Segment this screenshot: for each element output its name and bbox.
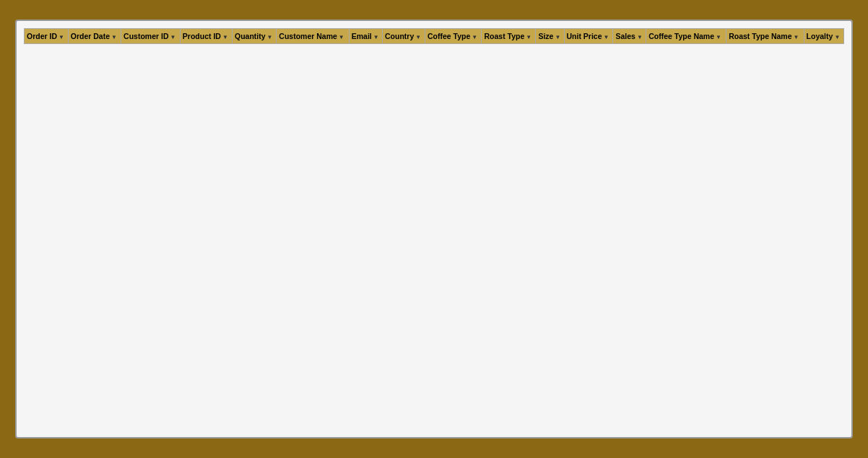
column-header-roast-type-name[interactable]: Roast Type Name▼: [726, 29, 804, 44]
sort-icon: ▼: [834, 34, 840, 40]
main-window: Order ID▼Order Date▼Customer ID▼Product …: [15, 20, 853, 438]
sort-icon: ▼: [415, 34, 421, 40]
column-header-country[interactable]: Country▼: [383, 29, 425, 44]
column-header-order-date[interactable]: Order Date▼: [68, 29, 121, 44]
sort-icon: ▼: [604, 34, 609, 40]
sort-icon: ▼: [526, 34, 531, 40]
column-header-size[interactable]: Size▼: [536, 29, 564, 44]
sort-icon: ▼: [637, 34, 643, 40]
column-header-sales[interactable]: Sales▼: [613, 29, 646, 44]
sort-icon: ▼: [222, 34, 228, 40]
sort-icon: ▼: [170, 34, 176, 40]
sort-icon: ▼: [555, 34, 560, 40]
column-header-roast-type[interactable]: Roast Type▼: [482, 29, 536, 44]
column-header-customer-id[interactable]: Customer ID▼: [121, 29, 181, 44]
column-header-unit-price[interactable]: Unit Price▼: [564, 29, 613, 44]
data-table: Order ID▼Order Date▼Customer ID▼Product …: [24, 28, 844, 44]
column-header-coffee-type-name[interactable]: Coffee Type Name▼: [646, 29, 726, 44]
sort-icon: ▼: [472, 34, 477, 40]
column-header-product-id[interactable]: Product ID▼: [180, 29, 232, 44]
sort-icon: ▼: [373, 34, 379, 40]
table-container[interactable]: Order ID▼Order Date▼Customer ID▼Product …: [24, 28, 844, 44]
column-header-loyalty[interactable]: Loyalty▼: [804, 29, 843, 44]
sort-icon: ▼: [339, 34, 344, 40]
column-header-quantity[interactable]: Quantity▼: [232, 29, 276, 44]
column-header-customer-name[interactable]: Customer Name▼: [277, 29, 349, 44]
column-header-coffee-type[interactable]: Coffee Type▼: [425, 29, 482, 44]
sort-icon: ▼: [267, 34, 273, 40]
sort-icon: ▼: [58, 34, 64, 40]
sort-icon: ▼: [794, 34, 799, 40]
sort-icon: ▼: [716, 34, 721, 40]
column-header-order-id[interactable]: Order ID▼: [25, 29, 69, 44]
sort-icon: ▼: [111, 34, 117, 40]
column-header-email[interactable]: Email▼: [349, 29, 382, 44]
